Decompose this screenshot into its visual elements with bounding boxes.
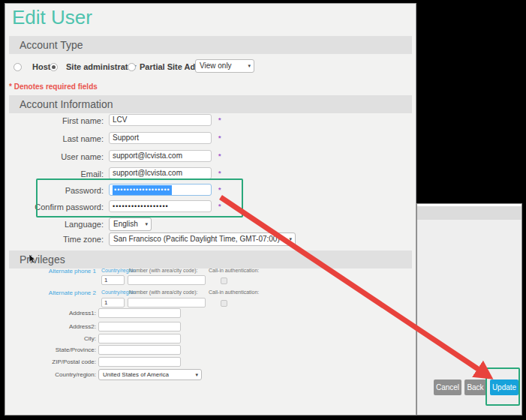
state-province-label: State/Province:: [5, 346, 96, 353]
cancel-button[interactable]: Cancel: [434, 380, 461, 395]
alternate-phone2-label: Alternate phone 2: [5, 290, 96, 296]
phone1-country-code-input[interactable]: 1: [101, 275, 125, 285]
radio-host-label: Host: [32, 62, 50, 71]
country-region-label: Country/region:: [5, 371, 96, 378]
phone2-number-input[interactable]: [128, 298, 206, 308]
language-dropdown[interactable]: English ▾: [109, 218, 152, 231]
radio-partial-site-admin[interactable]: [128, 63, 136, 71]
mouse-cursor-icon: [29, 254, 37, 267]
chevron-down-icon: ▾: [248, 60, 251, 72]
phone1-number-label: Number (with area/city code):: [129, 268, 197, 273]
time-zone-value: San Francisco (Pacific Daylight Time, GM…: [113, 235, 280, 243]
radio-site-administrator[interactable]: [50, 63, 58, 71]
radio-site-administrator-label: Site administrator: [66, 62, 137, 71]
zip-postal-code-input[interactable]: [98, 357, 181, 367]
state-province-input[interactable]: [98, 345, 181, 355]
chevron-down-icon: ▾: [145, 218, 148, 230]
alternate-phone1-label: Alternate phone 1: [5, 268, 96, 274]
time-zone-dropdown[interactable]: San Francisco (Pacific Daylight Time, GM…: [109, 232, 296, 246]
phone2-callin-checkbox[interactable]: [221, 300, 227, 307]
partial-admin-role-dropdown[interactable]: View only ▾: [195, 59, 254, 73]
language-value: English: [113, 220, 138, 228]
password-highlight-annotation: [36, 178, 243, 218]
phone1-callin-label: Call-in authentication:: [209, 268, 259, 273]
time-zone-label: Time zone:: [5, 235, 104, 244]
first-name-label: First name:: [5, 116, 104, 125]
user-name-input[interactable]: support@lcvista.com: [109, 150, 212, 162]
phone2-country-code-input[interactable]: 1: [101, 298, 125, 308]
city-input[interactable]: [98, 334, 181, 344]
update-highlight-annotation: [485, 368, 520, 406]
phone1-number-input[interactable]: [128, 275, 206, 285]
section-header-account-information: Account Information: [9, 95, 412, 113]
chevron-down-icon: ▾: [195, 370, 198, 380]
address2-label: Address2:: [5, 323, 96, 330]
partial-admin-role-value: View only: [200, 62, 232, 70]
last-name-required-asterisk: *: [218, 134, 221, 142]
fragment-section-bar: [417, 206, 521, 220]
first-name-input[interactable]: LCV: [109, 114, 212, 126]
language-label: Language:: [5, 220, 104, 229]
page-title: Edit User: [12, 6, 92, 29]
chevron-down-icon: ▾: [289, 233, 292, 245]
back-button[interactable]: Back: [464, 380, 486, 395]
phone2-callin-label: Call-in authentication:: [209, 290, 259, 295]
section-header-privileges: Privileges: [9, 250, 412, 268]
page-bottom-fragment: Cancel Back Update: [417, 204, 521, 415]
country-region-dropdown[interactable]: United States of America ▾: [98, 369, 202, 380]
last-name-label: Last name:: [5, 134, 104, 143]
screenshot-canvas: Edit User Account Type Host Site adminis…: [0, 0, 526, 420]
phone2-number-label: Number (with area/city code):: [129, 290, 197, 295]
section-header-account-type: Account Type: [9, 36, 412, 54]
zip-postal-code-label: ZIP/Postal code:: [5, 358, 96, 365]
user-name-label: User name:: [5, 152, 104, 161]
email-label: Email:: [5, 170, 104, 178]
address1-label: Address1:: [5, 310, 96, 316]
last-name-input[interactable]: Support: [109, 132, 212, 144]
address2-input[interactable]: [98, 322, 181, 332]
first-name-required-asterisk: *: [218, 116, 221, 124]
required-fields-note: * Denotes required fields: [9, 82, 98, 91]
phone1-callin-checkbox[interactable]: [221, 278, 227, 284]
edit-user-window: Edit User Account Type Host Site adminis…: [5, 4, 416, 415]
user-name-required-asterisk: *: [218, 152, 221, 160]
address1-input[interactable]: [98, 308, 181, 318]
country-region-value: United States of America: [103, 371, 169, 378]
city-label: City:: [5, 335, 96, 342]
email-required-asterisk: *: [218, 170, 221, 177]
radio-host[interactable]: [14, 63, 22, 71]
email-input[interactable]: support@lcvista.com: [109, 167, 212, 179]
